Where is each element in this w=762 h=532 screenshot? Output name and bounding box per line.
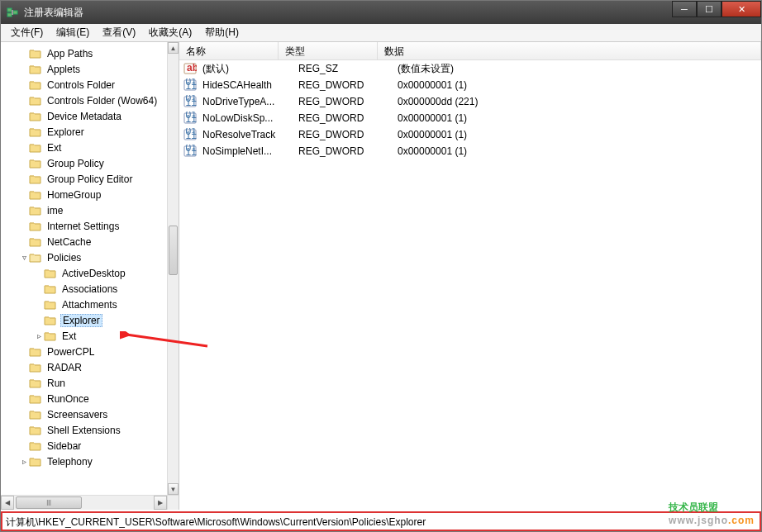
list-pane: 名称 类型 数据 ab(默认)REG_SZ(数值未设置)011110HideSC… xyxy=(179,42,761,510)
folder-icon xyxy=(29,425,42,436)
close-button[interactable]: ✕ xyxy=(722,1,761,17)
tree-item-controls-folder-wow64-[interactable]: Controls Folder (Wow64) xyxy=(6,93,167,108)
menu-favorites[interactable]: 收藏夹(A) xyxy=(142,24,198,41)
tree-item-attachments[interactable]: Attachments xyxy=(6,297,167,312)
menu-bar: 文件(F) 编辑(E) 查看(V) 收藏夹(A) 帮助(H) xyxy=(1,24,761,42)
minimize-button[interactable]: ─ xyxy=(672,1,697,17)
tree-item-telephony[interactable]: ▹Telephony xyxy=(6,454,167,469)
list-row[interactable]: 011110HideSCAHealthREG_DWORD0x00000001 (… xyxy=(179,77,761,93)
svg-rect-0 xyxy=(7,8,12,12)
cell-data: 0x00000001 (1) xyxy=(394,129,761,140)
cell-type: REG_SZ xyxy=(295,63,394,74)
svg-text:110: 110 xyxy=(186,130,198,141)
svg-text:110: 110 xyxy=(186,146,198,158)
svg-text:110: 110 xyxy=(186,97,198,108)
tree-item-group-policy[interactable]: Group Policy xyxy=(6,155,167,171)
tree-item-device-metadata[interactable]: Device Metadata xyxy=(6,108,167,124)
tree-item-explorer[interactable]: Explorer xyxy=(6,312,167,328)
menu-file[interactable]: 文件(F) xyxy=(4,24,50,41)
list-rows[interactable]: ab(默认)REG_SZ(数值未设置)011110HideSCAHealthRE… xyxy=(179,60,761,159)
tree-vscrollbar[interactable]: ▲ ▼ xyxy=(167,42,179,495)
tree-item-app-paths[interactable]: App Paths xyxy=(6,45,167,61)
tree-item-internet-settings[interactable]: Internet Settings xyxy=(6,218,167,234)
list-row[interactable]: ab(默认)REG_SZ(数值未设置) xyxy=(179,60,761,77)
tree-label: Run xyxy=(45,378,67,389)
tree-item-explorer[interactable]: Explorer xyxy=(6,124,167,140)
tree-item-group-policy-editor[interactable]: Group Policy Editor xyxy=(6,171,167,187)
tree-label: Shell Extensions xyxy=(45,425,122,436)
tree-item-controls-folder[interactable]: Controls Folder xyxy=(6,77,167,93)
tree-item-activedesktop[interactable]: ActiveDesktop xyxy=(6,265,167,281)
tree-item-sidebar[interactable]: Sidebar xyxy=(6,438,167,454)
scroll-left-button[interactable]: ◀ xyxy=(1,496,14,510)
svg-text:110: 110 xyxy=(186,80,198,92)
scroll-down-button[interactable]: ▼ xyxy=(168,483,179,495)
cell-data: 0x000000dd (221) xyxy=(394,96,761,107)
tree-label: PowerCPL xyxy=(45,346,96,358)
list-row[interactable]: 011110NoResolveTrackREG_DWORD0x00000001 … xyxy=(179,126,761,143)
tree-item-homegroup[interactable]: HomeGroup xyxy=(6,187,167,202)
folder-icon xyxy=(29,126,42,138)
tree-item-radar[interactable]: RADAR xyxy=(6,359,167,375)
title-bar: 注册表编辑器 ─ ☐ ✕ xyxy=(1,1,761,24)
tree-label: Attachments xyxy=(60,299,119,311)
tree-hscrollbar[interactable]: ◀ Ⅲ ▶ xyxy=(1,495,167,510)
tree-label: Controls Folder xyxy=(45,79,117,91)
expand-icon[interactable]: ▿ xyxy=(19,253,29,262)
list-header: 名称 类型 数据 xyxy=(179,42,761,60)
hscroll-thumb[interactable]: Ⅲ xyxy=(16,496,82,509)
tree-label: Controls Folder (Wow64) xyxy=(45,95,159,107)
tree-item-runonce[interactable]: RunOnce xyxy=(6,391,167,406)
folder-icon xyxy=(29,95,42,107)
scroll-right-button[interactable]: ▶ xyxy=(154,496,167,510)
col-type[interactable]: 类型 xyxy=(279,42,378,59)
svg-rect-2 xyxy=(13,11,17,14)
tree-label: HomeGroup xyxy=(45,189,102,201)
content-area: App PathsAppletsControls FolderControls … xyxy=(1,42,761,510)
folder-icon xyxy=(29,409,42,420)
folder-icon xyxy=(29,362,42,373)
hscroll-track[interactable]: Ⅲ xyxy=(14,496,154,510)
tree-item-shell-extensions[interactable]: Shell Extensions xyxy=(6,422,167,438)
folder-icon xyxy=(29,48,42,59)
tree-label: Explorer xyxy=(45,126,86,138)
tree-item-powercpl[interactable]: PowerCPL xyxy=(6,344,167,359)
folder-icon xyxy=(29,205,42,216)
col-name[interactable]: 名称 xyxy=(179,42,279,59)
folder-icon xyxy=(29,79,42,91)
tree-item-associations[interactable]: Associations xyxy=(6,281,167,297)
tree-item-policies[interactable]: ▿Policies xyxy=(6,249,167,265)
tree-label: Group Policy xyxy=(45,158,106,169)
regedit-icon xyxy=(6,6,19,19)
menu-view[interactable]: 查看(V) xyxy=(96,24,142,41)
list-row[interactable]: 011110NoLowDiskSp...REG_DWORD0x00000001 … xyxy=(179,110,761,126)
tree-item-ext[interactable]: Ext xyxy=(6,140,167,155)
tree-label: Telephony xyxy=(45,456,94,468)
tree-item-run[interactable]: Run xyxy=(6,375,167,391)
list-row[interactable]: 011110NoSimpleNetI...REG_DWORD0x00000001… xyxy=(179,143,761,159)
tree-list[interactable]: App PathsAppletsControls FolderControls … xyxy=(1,42,167,495)
folder-icon xyxy=(29,64,42,75)
menu-help[interactable]: 帮助(H) xyxy=(198,24,245,41)
tree-label: Device Metadata xyxy=(45,111,123,122)
tree-item-ext[interactable]: ▹Ext xyxy=(6,328,167,344)
expand-icon[interactable]: ▹ xyxy=(19,457,29,466)
scroll-thumb[interactable] xyxy=(169,226,178,275)
tree-item-netcache[interactable]: NetCache xyxy=(6,234,167,249)
tree-label: Sidebar xyxy=(45,440,83,452)
folder-icon xyxy=(29,346,42,358)
menu-edit[interactable]: 编辑(E) xyxy=(50,24,96,41)
svg-text:110: 110 xyxy=(186,113,198,125)
tree-item-screensavers[interactable]: Screensavers xyxy=(6,406,167,422)
cell-name: NoDriveTypeA... xyxy=(199,96,295,107)
tree-item-ime[interactable]: ime xyxy=(6,202,167,218)
scroll-up-button[interactable]: ▲ xyxy=(168,42,179,54)
col-data[interactable]: 数据 xyxy=(378,42,761,59)
binary-icon: 011110 xyxy=(183,112,198,125)
list-row[interactable]: 011110NoDriveTypeA...REG_DWORD0x000000dd… xyxy=(179,93,761,110)
expand-icon[interactable]: ▹ xyxy=(34,331,44,340)
tree-item-applets[interactable]: Applets xyxy=(6,61,167,77)
scroll-track[interactable] xyxy=(168,54,179,483)
tree-label: Associations xyxy=(60,283,119,295)
maximize-button[interactable]: ☐ xyxy=(697,1,722,17)
